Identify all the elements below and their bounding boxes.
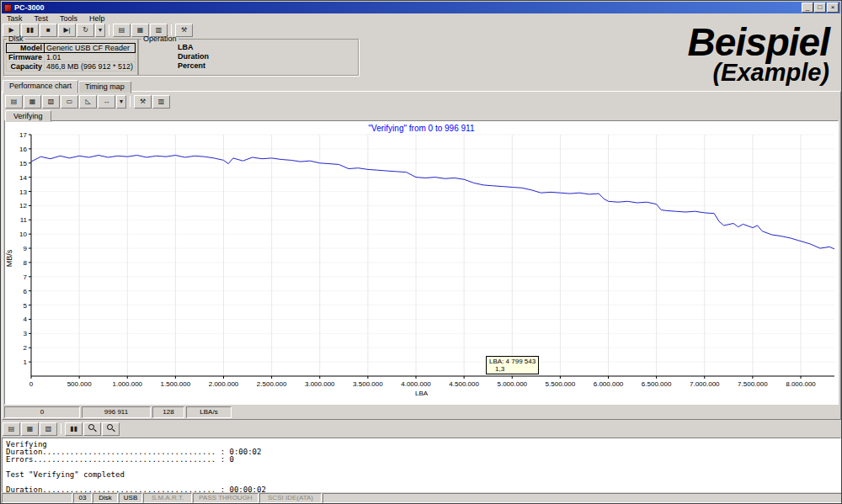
log-find-button[interactable]	[83, 422, 101, 436]
chart-export-button[interactable]: ▤	[5, 95, 23, 109]
operation-percent-label: Percent	[139, 61, 358, 71]
svg-text:6.000.000: 6.000.000	[594, 380, 624, 388]
svg-text:7.000.000: 7.000.000	[690, 380, 720, 388]
operation-lba-label: LBA	[139, 43, 358, 52]
toolbar-separator	[61, 423, 61, 434]
log-toolbar: ▤ ▦ ▧ ▮▮	[3, 422, 120, 436]
menu-test[interactable]: Test	[34, 14, 50, 22]
svg-text:2.000.000: 2.000.000	[209, 380, 239, 388]
tab-performance-chart[interactable]: Performance chart	[3, 80, 78, 93]
status-bar: 03 Disk USB S.M.A.R.T. PASS THROUGH SCSI…	[1, 492, 842, 503]
search-icon	[88, 423, 97, 432]
chart-slope-button[interactable]: ◺	[79, 95, 97, 109]
statusbar-smart: S.M.A.R.T.	[143, 493, 192, 503]
svg-text:4: 4	[24, 316, 28, 323]
table-row[interactable]: Model Generic USB CF Reader	[7, 44, 136, 53]
menu-help[interactable]: Help	[88, 14, 106, 22]
operation-duration-label: Duration	[139, 52, 358, 61]
svg-text:6.500.000: 6.500.000	[642, 380, 672, 388]
watermark-line1: Beispiel	[688, 24, 829, 61]
svg-text:7: 7	[24, 273, 28, 281]
minimize-button[interactable]: _	[802, 3, 813, 13]
svg-text:16: 16	[19, 146, 27, 153]
svg-text:0: 0	[29, 380, 34, 388]
chart-report-button[interactable]: ▥	[152, 95, 170, 109]
menu-tools[interactable]: Tools	[59, 14, 78, 22]
chart-canvas[interactable]: 12345678910111213141516170500.0001.000.0…	[5, 121, 839, 406]
toolbar-separator	[130, 96, 131, 107]
status-block-size: 128	[152, 406, 184, 418]
svg-text:5.500.000: 5.500.000	[546, 380, 576, 388]
log-pause-button[interactable]: ▮▮	[65, 422, 83, 436]
table-row[interactable]: Firmware 1.01	[7, 53, 136, 62]
svg-text:3.000.000: 3.000.000	[305, 380, 335, 388]
svg-text:3.500.000: 3.500.000	[353, 380, 383, 388]
operation-panel: Operation LBA Duration Percent	[138, 34, 359, 76]
svg-text:4.500.000: 4.500.000	[449, 380, 479, 388]
status-end-lba: 996 911	[82, 406, 151, 418]
svg-text:8: 8	[24, 259, 28, 267]
chart-ruler-button[interactable]: ▭	[61, 95, 78, 109]
svg-text:2.500.000: 2.500.000	[257, 380, 287, 388]
chart-panel: ▤ ▦ ▧ ▭ ◺ ↔ ▾ ⚒ ▥ Verifying 123456789101…	[2, 91, 841, 420]
chart-save-button[interactable]: ▦	[24, 95, 41, 109]
svg-text:2: 2	[24, 344, 28, 352]
operation-panel-title: Operation	[141, 34, 179, 43]
log-find-next-button[interactable]	[102, 422, 120, 436]
menu-task[interactable]: Task	[6, 14, 24, 22]
log-line	[6, 464, 837, 471]
chart-x-axis-label: LBA	[5, 390, 838, 397]
svg-text:12: 12	[19, 202, 27, 210]
chart-tooltip: LBA: 4 799 543 1,3	[486, 356, 539, 374]
chart-y-axis-label: MB/s	[5, 244, 13, 273]
disk-firmware-value: 1.01	[45, 53, 136, 62]
disk-info-table: Model Generic USB CF Reader Firmware 1.0…	[6, 43, 136, 72]
log-line: Test "Verifying" completed	[6, 471, 837, 479]
svg-text:7.500.000: 7.500.000	[738, 380, 768, 388]
svg-text:6: 6	[24, 288, 28, 295]
log-export-button[interactable]: ▤	[3, 422, 20, 436]
close-button[interactable]: ×	[827, 3, 839, 13]
tooltip-lba-value: LBA: 4 799 543	[489, 358, 536, 365]
chart-range-button[interactable]: ↔	[98, 95, 115, 109]
log-output[interactable]: Verifying Duration......................…	[2, 438, 841, 494]
svg-text:10: 10	[19, 231, 27, 238]
tab-timing-map[interactable]: Timing map	[78, 81, 131, 93]
svg-text:1.500.000: 1.500.000	[161, 380, 191, 388]
tooltip-speed-value: 1,3	[489, 365, 536, 373]
tab-verifying[interactable]: Verifying	[5, 110, 51, 122]
statusbar-scsi: SCSI IDE(ATA)	[259, 493, 322, 503]
statusbar-disk: Disk	[93, 493, 118, 503]
disk-firmware-label: Firmware	[7, 53, 45, 62]
performance-chart[interactable]: 12345678910111213141516170500.0001.000.0…	[4, 120, 839, 405]
disk-model-value: Generic USB CF Reader	[45, 44, 136, 53]
svg-text:1: 1	[24, 358, 28, 366]
statusbar-port: 03	[73, 493, 92, 503]
svg-text:5.000.000: 5.000.000	[497, 380, 527, 388]
chart-settings-button[interactable]: ⚒	[134, 95, 152, 109]
statusbar-usb: USB	[119, 493, 142, 503]
title-bar[interactable]: PC-3000 _ □ ×	[2, 2, 840, 13]
svg-text:3: 3	[24, 330, 28, 337]
disk-capacity-value: 486,8 MB (996 912 * 512)	[45, 62, 136, 72]
svg-text:4.000.000: 4.000.000	[401, 380, 431, 388]
svg-text:13: 13	[19, 188, 27, 196]
maximize-button[interactable]: □	[814, 3, 826, 13]
disk-capacity-label: Capacity	[7, 62, 45, 72]
svg-text:5: 5	[24, 302, 28, 310]
log-copy-button[interactable]: ▧	[40, 422, 57, 436]
disk-model-label: Model	[7, 44, 45, 53]
view-tabs: Performance chart Timing map	[3, 80, 131, 93]
statusbar-pass-through: PASS THROUGH	[193, 493, 258, 503]
chart-title: "Verifying" from 0 to 996 911	[5, 124, 838, 133]
log-save-button[interactable]: ▦	[21, 422, 39, 436]
statusbar-filler	[322, 493, 842, 503]
watermark: Beispiel (Example)	[688, 24, 829, 84]
table-row[interactable]: Capacity 486,8 MB (996 912 * 512)	[7, 62, 136, 72]
app-icon	[4, 4, 12, 12]
chart-range-dropdown[interactable]: ▾	[116, 95, 126, 109]
chart-status-strip: 0 996 911 128 LBA/s	[4, 406, 232, 418]
chart-copy-button[interactable]: ▧	[42, 95, 60, 109]
watermark-line2: (Example)	[688, 61, 829, 84]
svg-text:1.000.000: 1.000.000	[112, 380, 142, 388]
